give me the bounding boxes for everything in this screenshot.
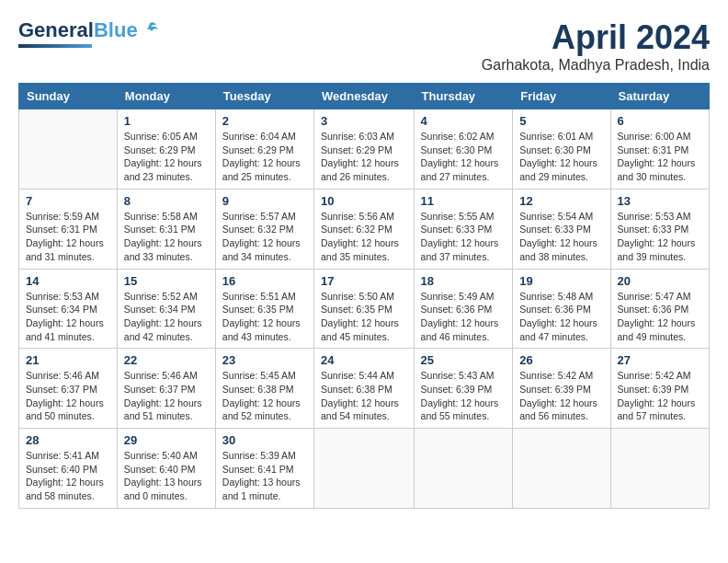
calendar-cell: 4Sunrise: 6:02 AMSunset: 6:30 PMDaylight… (414, 109, 513, 190)
day-info: Sunrise: 5:42 AMSunset: 6:39 PMDaylight:… (618, 369, 702, 423)
calendar-cell: 17Sunrise: 5:50 AMSunset: 6:35 PMDayligh… (314, 269, 415, 349)
day-info: Sunrise: 5:57 AMSunset: 6:32 PMDaylight:… (222, 210, 307, 264)
calendar-cell: 13Sunrise: 5:53 AMSunset: 6:33 PMDayligh… (610, 189, 709, 269)
day-info: Sunrise: 5:42 AMSunset: 6:39 PMDaylight:… (519, 369, 603, 423)
calendar-cell: 28Sunrise: 5:41 AMSunset: 6:40 PMDayligh… (19, 429, 118, 509)
day-number: 6 (618, 114, 702, 128)
logo: General Blue (18, 18, 160, 48)
day-number: 20 (618, 274, 702, 288)
calendar-cell: 14Sunrise: 5:53 AMSunset: 6:34 PMDayligh… (19, 269, 118, 349)
week-row-4: 21Sunrise: 5:46 AMSunset: 6:37 PMDayligh… (19, 349, 710, 429)
day-number: 9 (222, 194, 307, 208)
day-number: 18 (421, 274, 506, 288)
calendar-cell: 9Sunrise: 5:57 AMSunset: 6:32 PMDaylight… (215, 189, 313, 269)
day-info: Sunrise: 5:48 AMSunset: 6:36 PMDaylight:… (519, 290, 603, 344)
page-header: General Blue April 2024 Garhakota, Madhy… (18, 18, 710, 74)
weekday-header-wednesday: Wednesday (314, 84, 415, 109)
day-number: 8 (124, 194, 209, 208)
day-info: Sunrise: 5:53 AMSunset: 6:34 PMDaylight:… (26, 290, 110, 344)
day-info: Sunrise: 5:58 AMSunset: 6:31 PMDaylight:… (124, 210, 209, 264)
weekday-header-friday: Friday (513, 84, 610, 109)
day-number: 13 (618, 194, 702, 208)
calendar-cell: 6Sunrise: 6:00 AMSunset: 6:31 PMDaylight… (610, 109, 709, 190)
week-row-3: 14Sunrise: 5:53 AMSunset: 6:34 PMDayligh… (19, 269, 710, 349)
day-number: 10 (321, 194, 407, 208)
day-info: Sunrise: 5:46 AMSunset: 6:37 PMDaylight:… (124, 369, 209, 423)
calendar-cell: 3Sunrise: 6:03 AMSunset: 6:29 PMDaylight… (314, 109, 415, 190)
weekday-header-saturday: Saturday (610, 84, 709, 109)
weekday-header-row: SundayMondayTuesdayWednesdayThursdayFrid… (19, 84, 710, 109)
day-number: 27 (618, 353, 702, 367)
day-info: Sunrise: 5:46 AMSunset: 6:37 PMDaylight:… (26, 369, 110, 423)
day-number: 24 (321, 353, 407, 367)
calendar-cell: 19Sunrise: 5:48 AMSunset: 6:36 PMDayligh… (513, 269, 610, 349)
day-number: 25 (421, 353, 506, 367)
day-number: 26 (519, 353, 603, 367)
calendar-cell: 8Sunrise: 5:58 AMSunset: 6:31 PMDaylight… (117, 189, 215, 269)
day-number: 5 (519, 114, 603, 128)
day-number: 17 (321, 274, 407, 288)
calendar-cell: 24Sunrise: 5:44 AMSunset: 6:38 PMDayligh… (314, 349, 415, 429)
calendar-cell: 15Sunrise: 5:52 AMSunset: 6:34 PMDayligh… (117, 269, 215, 349)
day-number: 21 (26, 353, 110, 367)
calendar-cell: 20Sunrise: 5:47 AMSunset: 6:36 PMDayligh… (610, 269, 709, 349)
day-number: 22 (124, 353, 209, 367)
day-number: 14 (26, 274, 110, 288)
day-info: Sunrise: 5:51 AMSunset: 6:35 PMDaylight:… (222, 290, 307, 344)
weekday-header-tuesday: Tuesday (215, 84, 313, 109)
calendar-cell (314, 429, 415, 509)
logo-blue: Blue (94, 18, 138, 42)
weekday-header-thursday: Thursday (414, 84, 513, 109)
calendar-cell (414, 429, 513, 509)
calendar-cell: 29Sunrise: 5:40 AMSunset: 6:40 PMDayligh… (117, 429, 215, 509)
calendar-cell: 11Sunrise: 5:55 AMSunset: 6:33 PMDayligh… (414, 189, 513, 269)
logo-bird-icon (140, 19, 160, 40)
calendar-cell: 1Sunrise: 6:05 AMSunset: 6:29 PMDaylight… (117, 109, 215, 190)
day-info: Sunrise: 5:50 AMSunset: 6:35 PMDaylight:… (321, 290, 407, 344)
day-number: 30 (222, 433, 307, 447)
day-info: Sunrise: 5:54 AMSunset: 6:33 PMDaylight:… (519, 210, 603, 264)
day-info: Sunrise: 5:39 AMSunset: 6:41 PMDaylight:… (222, 449, 307, 503)
day-info: Sunrise: 5:56 AMSunset: 6:32 PMDaylight:… (321, 210, 407, 264)
calendar-cell (19, 109, 118, 190)
day-info: Sunrise: 5:52 AMSunset: 6:34 PMDaylight:… (124, 290, 209, 344)
day-number: 1 (124, 114, 209, 128)
week-row-5: 28Sunrise: 5:41 AMSunset: 6:40 PMDayligh… (19, 429, 710, 509)
day-info: Sunrise: 5:40 AMSunset: 6:40 PMDaylight:… (124, 449, 209, 503)
day-info: Sunrise: 6:00 AMSunset: 6:31 PMDaylight:… (618, 130, 702, 184)
day-info: Sunrise: 5:59 AMSunset: 6:31 PMDaylight:… (26, 210, 110, 264)
day-number: 29 (124, 433, 209, 447)
calendar-cell: 26Sunrise: 5:42 AMSunset: 6:39 PMDayligh… (513, 349, 610, 429)
calendar-cell: 30Sunrise: 5:39 AMSunset: 6:41 PMDayligh… (215, 429, 313, 509)
day-info: Sunrise: 6:03 AMSunset: 6:29 PMDaylight:… (321, 130, 407, 184)
day-number: 28 (26, 433, 110, 447)
logo-general: General (18, 18, 94, 42)
day-number: 16 (222, 274, 307, 288)
calendar-cell: 7Sunrise: 5:59 AMSunset: 6:31 PMDaylight… (19, 189, 118, 269)
calendar-cell (610, 429, 709, 509)
day-number: 7 (26, 194, 110, 208)
day-number: 15 (124, 274, 209, 288)
day-number: 23 (222, 353, 307, 367)
day-info: Sunrise: 6:02 AMSunset: 6:30 PMDaylight:… (421, 130, 506, 184)
day-number: 19 (519, 274, 603, 288)
day-info: Sunrise: 5:53 AMSunset: 6:33 PMDaylight:… (618, 210, 702, 264)
location-subtitle: Garhakota, Madhya Pradesh, India (482, 57, 710, 74)
calendar-cell: 27Sunrise: 5:42 AMSunset: 6:39 PMDayligh… (610, 349, 709, 429)
day-info: Sunrise: 5:41 AMSunset: 6:40 PMDaylight:… (26, 449, 110, 503)
week-row-2: 7Sunrise: 5:59 AMSunset: 6:31 PMDaylight… (19, 189, 710, 269)
calendar-cell: 18Sunrise: 5:49 AMSunset: 6:36 PMDayligh… (414, 269, 513, 349)
calendar-cell: 16Sunrise: 5:51 AMSunset: 6:35 PMDayligh… (215, 269, 313, 349)
day-info: Sunrise: 5:44 AMSunset: 6:38 PMDaylight:… (321, 369, 407, 423)
calendar-cell: 25Sunrise: 5:43 AMSunset: 6:39 PMDayligh… (414, 349, 513, 429)
day-number: 12 (519, 194, 603, 208)
day-info: Sunrise: 5:45 AMSunset: 6:38 PMDaylight:… (222, 369, 307, 423)
day-info: Sunrise: 5:55 AMSunset: 6:33 PMDaylight:… (421, 210, 506, 264)
day-info: Sunrise: 6:05 AMSunset: 6:29 PMDaylight:… (124, 130, 209, 184)
calendar-cell: 10Sunrise: 5:56 AMSunset: 6:32 PMDayligh… (314, 189, 415, 269)
calendar-table: SundayMondayTuesdayWednesdayThursdayFrid… (18, 83, 710, 509)
week-row-1: 1Sunrise: 6:05 AMSunset: 6:29 PMDaylight… (19, 109, 710, 190)
calendar-cell (513, 429, 610, 509)
calendar-cell: 22Sunrise: 5:46 AMSunset: 6:37 PMDayligh… (117, 349, 215, 429)
calendar-cell: 2Sunrise: 6:04 AMSunset: 6:29 PMDaylight… (215, 109, 313, 190)
